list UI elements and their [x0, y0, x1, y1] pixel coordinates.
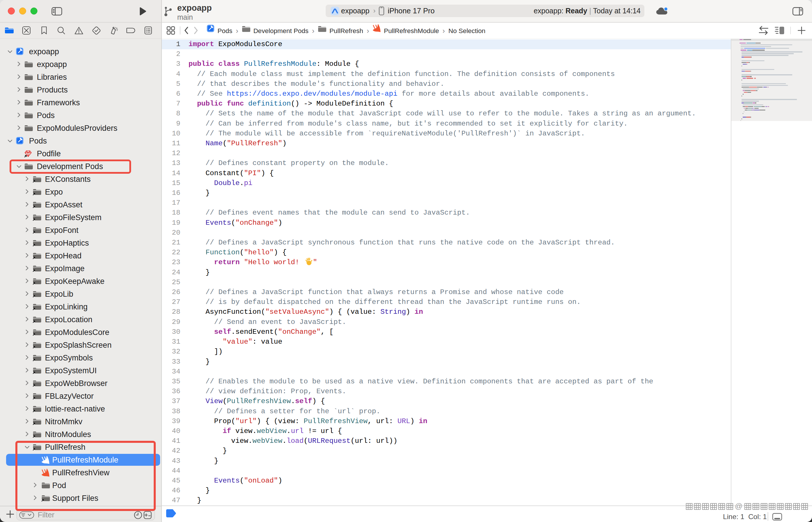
svg-text:@: @: [735, 503, 743, 510]
